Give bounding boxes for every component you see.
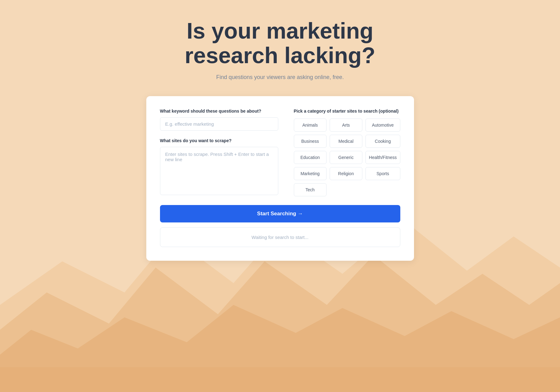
main-card: What keyword should these questions be a… <box>146 96 414 261</box>
category-grid: AnimalsArtsAutomotiveBusinessMedicalCook… <box>294 119 400 196</box>
category-btn-health-fitness[interactable]: Health/Fitness <box>365 151 400 164</box>
sites-label: What sites do you want to scrape? <box>160 138 278 143</box>
category-btn-business[interactable]: Business <box>294 135 327 148</box>
category-btn-education[interactable]: Education <box>294 151 327 164</box>
sites-textarea[interactable] <box>160 147 278 195</box>
category-btn-medical[interactable]: Medical <box>330 135 362 148</box>
svg-marker-2 <box>0 305 560 392</box>
page-subtitle: Find questions your viewers are asking o… <box>216 74 344 81</box>
right-section: Pick a category of starter sites to sear… <box>294 109 400 196</box>
svg-rect-3 <box>0 367 560 392</box>
keyword-input[interactable] <box>160 117 278 131</box>
start-searching-button[interactable]: Start Searching → <box>160 205 400 222</box>
page-title: Is your marketing research lacking? <box>171 19 389 68</box>
category-btn-automotive[interactable]: Automotive <box>365 119 400 132</box>
left-section: What keyword should these questions be a… <box>160 109 278 196</box>
category-btn-arts[interactable]: Arts <box>330 119 362 132</box>
category-btn-sports[interactable]: Sports <box>365 167 400 180</box>
category-btn-cooking[interactable]: Cooking <box>365 135 400 148</box>
category-btn-marketing[interactable]: Marketing <box>294 167 327 180</box>
keyword-label: What keyword should these questions be a… <box>160 109 278 114</box>
status-box: Waiting for search to start... <box>160 227 400 247</box>
category-label: Pick a category of starter sites to sear… <box>294 109 400 114</box>
category-btn-tech[interactable]: Tech <box>294 183 327 196</box>
svg-marker-1 <box>0 255 560 392</box>
category-btn-generic[interactable]: Generic <box>330 151 362 164</box>
category-btn-animals[interactable]: Animals <box>294 119 327 132</box>
category-btn-religion[interactable]: Religion <box>330 167 362 180</box>
